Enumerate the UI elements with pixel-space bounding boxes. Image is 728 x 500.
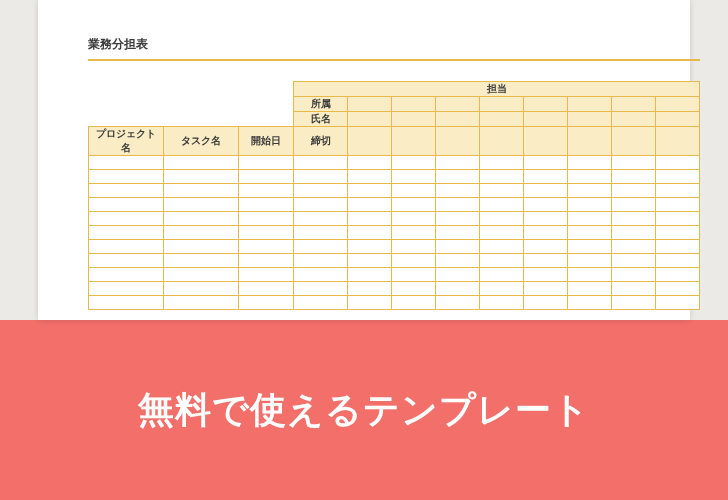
document-title: 業務分担表 [88,36,690,53]
banner-text: 無料で使えるテンプレート [138,386,590,435]
document-page: 業務分担表 担当 所属 [38,0,690,320]
table-row [89,296,700,310]
table-row [89,282,700,296]
table-row [89,226,700,240]
promo-banner: 無料で使えるテンプレート [0,320,728,500]
table-row [89,212,700,226]
table-row [89,240,700,254]
table-row [89,198,700,212]
table-row [89,268,700,282]
start-header: 開始日 [239,127,294,156]
assignment-table: 担当 所属 氏名 [88,81,700,310]
affiliation-label: 所属 [294,97,348,112]
table-row [89,156,700,170]
table-row [89,184,700,198]
name-label: 氏名 [294,112,348,127]
project-header: プロジェクト名 [89,127,164,156]
title-underline [88,59,700,61]
page-gutter-left [0,0,38,320]
task-header: タスク名 [164,127,239,156]
deadline-label: 締切 [294,127,348,156]
table-row [89,254,700,268]
table-row [89,170,700,184]
assignee-header: 担当 [294,82,700,97]
